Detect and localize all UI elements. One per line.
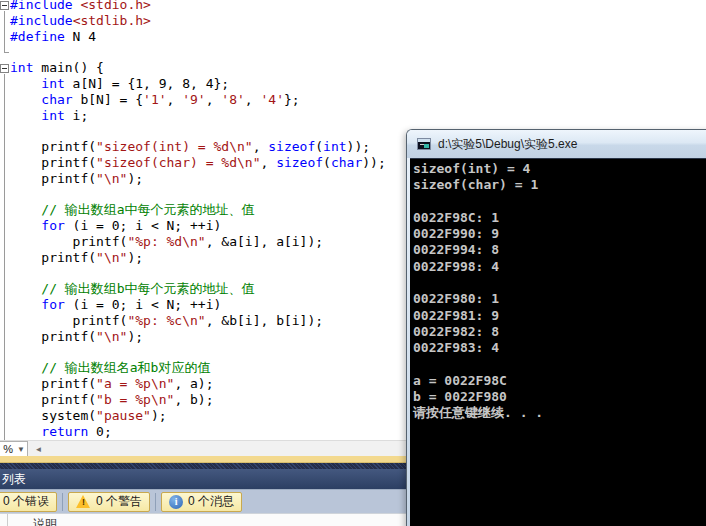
code-line: printf("a = %p\n", a);	[10, 376, 386, 392]
code-line: // 输出数组b中每个元素的地址、值	[10, 281, 386, 297]
console-titlebar[interactable]: d:\实验5\Debug\实验5.exe	[407, 130, 706, 158]
console-line: 0022F998: 4	[413, 259, 706, 275]
fold-collapse-icon[interactable]	[0, 1, 9, 10]
console-line: 0022F980: 1	[413, 291, 706, 307]
console-line	[413, 357, 706, 373]
zoom-level-value: %	[3, 443, 13, 455]
code-line: #include <stdio.h>	[10, 0, 386, 13]
console-line: sizeof(char) = 1	[413, 177, 706, 193]
code-line: #include<stdlib.h>	[10, 13, 386, 29]
warning-icon: !	[76, 495, 91, 508]
code-line	[10, 345, 386, 361]
info-icon: i	[169, 495, 183, 509]
console-line	[413, 275, 706, 291]
code-line: // 输出数组名a和b对应的值	[10, 360, 386, 376]
code-line: printf("b = %p\n", b);	[10, 392, 386, 408]
console-line: 0022F990: 9	[413, 226, 706, 242]
code-line: // 输出数组a中每个元素的地址、值	[10, 202, 386, 218]
console-title: d:\实验5\Debug\实验5.exe	[438, 136, 577, 153]
console-line	[413, 194, 706, 210]
code-line: printf("\n");	[10, 250, 386, 266]
fold-end-tick	[4, 52, 9, 53]
console-line: a = 0022F98C	[413, 373, 706, 389]
messages-filter-button[interactable]: i 0 个消息	[161, 492, 242, 512]
code-line: for (i = 0; i < N; ++i)	[10, 297, 386, 313]
code-line: char b[N] = {'1', '9', '8', '4'};	[10, 92, 386, 108]
code-line: printf("sizeof(char) = %d\n", sizeof(cha…	[10, 155, 386, 171]
code-area[interactable]: #include <stdio.h>#include<stdlib.h>#def…	[10, 0, 386, 439]
console-window: d:\实验5\Debug\实验5.exe sizeof(int) = 4size…	[406, 129, 706, 526]
code-line	[10, 187, 386, 203]
fold-guide-line	[4, 11, 5, 52]
console-line: 0022F994: 8	[413, 242, 706, 258]
panel-title: 列表	[0, 471, 26, 488]
zoom-level-combo[interactable]: % ▼	[0, 441, 28, 457]
code-line: return 0;	[10, 424, 386, 440]
code-line: #define N 4	[10, 29, 386, 45]
code-line: int i;	[10, 108, 386, 124]
code-line: printf("%p: %d\n", &a[i], a[i]);	[10, 234, 386, 250]
fold-guide-line	[4, 74, 5, 440]
code-line	[10, 266, 386, 282]
description-column-header[interactable]: 说明	[33, 516, 57, 526]
warnings-filter-button[interactable]: ! 0 个警告	[68, 492, 150, 512]
toolbar-separator	[155, 493, 156, 511]
code-line: printf("\n");	[10, 329, 386, 345]
code-line: for (i = 0; i < N; ++i)	[10, 218, 386, 234]
code-line: printf("%p: %c\n", &b[i], b[i]);	[10, 313, 386, 329]
ide-screen: #include <stdio.h>#include<stdlib.h>#def…	[0, 0, 706, 526]
code-line: printf("sizeof(int) = %d\n", sizeof(int)…	[10, 139, 386, 155]
console-icon	[417, 138, 431, 150]
code-line	[10, 123, 386, 139]
code-line	[10, 44, 386, 60]
fold-collapse-icon[interactable]	[0, 64, 9, 73]
console-output[interactable]: sizeof(int) = 4sizeof(char) = 1 0022F98C…	[410, 158, 706, 526]
code-line: int main() {	[10, 60, 386, 76]
console-line: b = 0022F980	[413, 389, 706, 405]
console-line: 0022F982: 8	[413, 324, 706, 340]
code-line: int a[N] = {1, 9, 8, 4};	[10, 76, 386, 92]
messages-label: 0 个消息	[188, 493, 234, 510]
toolbar-separator	[62, 493, 63, 511]
console-line: 0022F98C: 1	[413, 210, 706, 226]
column-divider	[7, 514, 8, 526]
errors-label: 0 个错误	[3, 493, 49, 510]
code-line: system("pause");	[10, 408, 386, 424]
chevron-down-icon: ▼	[17, 445, 25, 454]
console-line: 请按任意键继续. . .	[413, 405, 706, 421]
console-line: 0022F981: 9	[413, 308, 706, 324]
scroll-left-icon[interactable]: ◄	[32, 443, 45, 455]
code-line: printf("\n");	[10, 171, 386, 187]
errors-filter-button[interactable]: 0 个错误	[0, 492, 57, 512]
console-line: sizeof(int) = 4	[413, 161, 706, 177]
warnings-label: 0 个警告	[96, 493, 142, 510]
console-line: 0022F983: 4	[413, 340, 706, 356]
